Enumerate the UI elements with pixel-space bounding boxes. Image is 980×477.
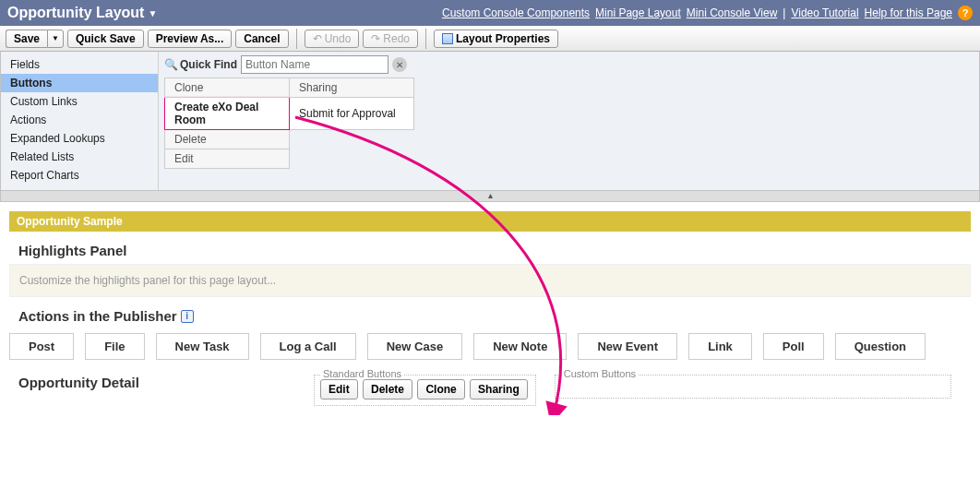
- opportunity-detail-title: Opportunity Detail: [18, 375, 295, 390]
- quick-find-input[interactable]: [241, 55, 388, 74]
- layout-properties-icon: [442, 33, 453, 44]
- action-new-note[interactable]: New Note: [473, 333, 567, 360]
- page-title-dropdown[interactable]: Opportunity Layout ▼: [7, 5, 157, 21]
- action-new-case[interactable]: New Case: [367, 333, 462, 360]
- nav-related-lists[interactable]: Related Lists: [1, 148, 158, 166]
- nav-fields[interactable]: Fields: [1, 55, 158, 74]
- redo-button[interactable]: ↷Redo: [363, 30, 418, 48]
- quick-save-label: Quick Save: [76, 32, 136, 45]
- preview-as-label: Preview As...: [156, 32, 224, 45]
- chevron-up-icon: ▴: [488, 190, 493, 200]
- link-custom-console[interactable]: Custom Console Components: [442, 6, 590, 19]
- info-icon[interactable]: i: [181, 310, 194, 323]
- cancel-button[interactable]: Cancel: [235, 30, 288, 48]
- page-header: Opportunity Layout ▼ Custom Console Comp…: [0, 0, 980, 26]
- quick-find-label: 🔍Quick Find: [164, 58, 237, 71]
- link-help[interactable]: Help for this Page: [865, 6, 952, 19]
- std-btn-delete[interactable]: Delete: [363, 379, 412, 399]
- palette: Fields Buttons Custom Links Actions Expa…: [0, 52, 980, 191]
- actions-in-publisher-title: Actions in the Publisher i: [18, 308, 971, 324]
- search-icon: 🔍: [164, 58, 178, 71]
- redo-icon: ↷: [371, 32, 380, 45]
- undo-button[interactable]: ↶Undo: [305, 30, 360, 48]
- layout-properties-button[interactable]: Layout Properties: [434, 30, 558, 48]
- palette-nav: Fields Buttons Custom Links Actions Expa…: [1, 52, 158, 190]
- highlights-panel-title: Highlights Panel: [18, 243, 971, 258]
- quick-save-button[interactable]: Quick Save: [67, 30, 144, 48]
- chevron-down-icon: ▼: [148, 8, 157, 18]
- nav-report-charts[interactable]: Report Charts: [1, 166, 158, 185]
- redo-label: Redo: [383, 32, 410, 45]
- action-link[interactable]: Link: [688, 333, 752, 360]
- clear-icon[interactable]: ✕: [392, 57, 407, 72]
- nav-custom-links[interactable]: Custom Links: [1, 92, 158, 111]
- action-log-a-call[interactable]: Log a Call: [260, 333, 356, 360]
- toolbar-separator: [425, 29, 426, 49]
- palette-item-clone[interactable]: Clone: [165, 78, 290, 98]
- std-btn-edit[interactable]: Edit: [320, 379, 358, 399]
- undo-label: Undo: [325, 32, 352, 45]
- standard-buttons-fieldset: Standard Buttons Edit Delete Clone Shari…: [314, 375, 536, 406]
- help-icon[interactable]: ?: [958, 6, 973, 20]
- layout-canvas: Opportunity Sample Highlights Panel Cust…: [0, 202, 980, 415]
- nav-expanded-lookups[interactable]: Expanded Lookups: [1, 129, 158, 148]
- page-title: Opportunity Layout: [7, 5, 144, 21]
- nav-actions[interactable]: Actions: [1, 111, 158, 129]
- link-mini-page-layout[interactable]: Mini Page Layout: [595, 6, 681, 19]
- publisher-actions-row: Post File New Task Log a Call New Case N…: [9, 329, 971, 364]
- action-post[interactable]: Post: [9, 333, 74, 360]
- cancel-label: Cancel: [244, 32, 280, 45]
- save-dropdown[interactable]: ▼: [47, 30, 64, 48]
- toolbar: Save ▼ Quick Save Preview As... Cancel ↶…: [0, 26, 980, 52]
- std-btn-clone[interactable]: Clone: [417, 379, 464, 399]
- highlights-panel-placeholder[interactable]: Customize the highlights panel for this …: [9, 264, 971, 297]
- action-file[interactable]: File: [85, 333, 144, 360]
- palette-item-delete[interactable]: Delete: [165, 130, 290, 149]
- splitter-handle[interactable]: ▴: [0, 191, 980, 202]
- undo-icon: ↶: [313, 32, 322, 45]
- chevron-down-icon: ▼: [52, 34, 59, 42]
- custom-buttons-dropzone[interactable]: Custom Buttons: [555, 375, 951, 399]
- custom-buttons-legend: Custom Buttons: [561, 368, 639, 379]
- link-video-tutorial[interactable]: Video Tutorial: [791, 6, 858, 19]
- preview-as-button[interactable]: Preview As...: [148, 30, 233, 48]
- std-btn-sharing[interactable]: Sharing: [470, 379, 528, 399]
- separator: |: [783, 6, 785, 19]
- save-label: Save: [14, 32, 40, 45]
- save-button[interactable]: Save: [6, 30, 47, 48]
- standard-buttons-legend: Standard Buttons: [320, 368, 404, 379]
- action-question[interactable]: Question: [835, 333, 926, 360]
- palette-items-table: Clone Sharing Create eXo Deal Room Submi…: [164, 78, 414, 169]
- action-new-task[interactable]: New Task: [156, 333, 249, 360]
- link-mini-console-view[interactable]: Mini Console View: [687, 6, 778, 19]
- action-poll[interactable]: Poll: [763, 333, 824, 360]
- palette-item-submit-for-approval[interactable]: Submit for Approval: [290, 98, 414, 130]
- nav-buttons[interactable]: Buttons: [1, 74, 158, 92]
- action-new-event[interactable]: New Event: [578, 333, 677, 360]
- palette-body: 🔍Quick Find ✕ Clone Sharing Create eXo D…: [158, 52, 979, 190]
- layout-properties-label: Layout Properties: [456, 32, 550, 45]
- toolbar-separator: [296, 29, 297, 49]
- palette-item-create-exo-deal-room[interactable]: Create eXo Deal Room: [165, 98, 290, 130]
- palette-item-edit[interactable]: Edit: [165, 149, 290, 169]
- section-header-sample: Opportunity Sample: [9, 211, 971, 232]
- palette-item-sharing[interactable]: Sharing: [290, 78, 414, 98]
